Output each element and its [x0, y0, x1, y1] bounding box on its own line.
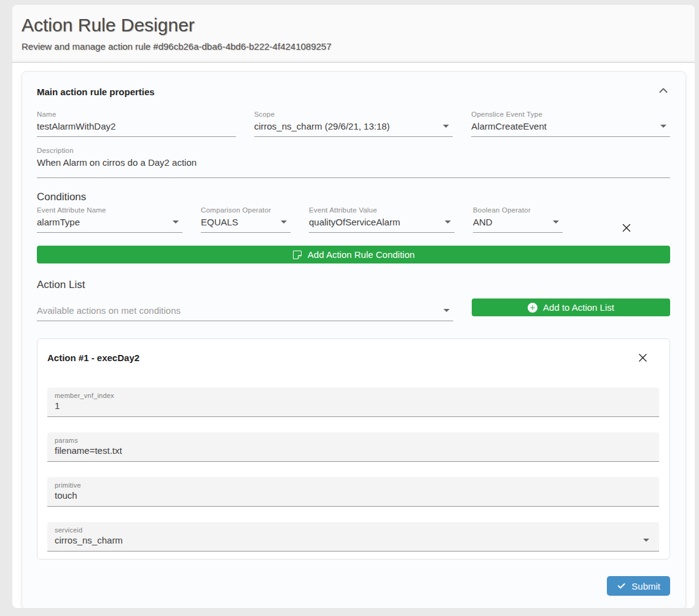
primitive-field[interactable]: primitive: [47, 477, 659, 507]
primitive-input[interactable]: [55, 490, 652, 501]
action-card-title: Action #1 - execDay2: [47, 353, 139, 363]
chevron-down-icon: [281, 220, 287, 224]
chevron-down-icon: [643, 539, 649, 542]
close-icon: [621, 226, 632, 235]
chevron-down-icon: [443, 125, 449, 128]
page-subtitle: Review and manage action rule #d96cb26a-…: [21, 41, 685, 52]
boolean-operator-select[interactable]: Boolean Operator AND: [473, 206, 563, 233]
member-vnf-index-input[interactable]: [55, 400, 652, 411]
scope-field[interactable]: Scope cirros_ns_charm (29/6/21, 13:18): [254, 111, 453, 137]
conditions-heading: Conditions: [37, 191, 670, 203]
serviceid-label: serviceid: [55, 526, 652, 534]
event-attribute-value-label: Event Attribute Value: [309, 206, 455, 214]
content-sheet: Action Rule Designer Review and manage a…: [12, 5, 695, 608]
serviceid-select[interactable]: serviceid cirros_ns_charm: [47, 522, 659, 552]
close-icon: [638, 356, 648, 365]
primitive-label: primitive: [55, 481, 652, 489]
comparison-operator-label: Comparison Operator: [201, 206, 291, 214]
action-card: Action #1 - execDay2 member_vnf_index pa…: [37, 338, 670, 559]
comparison-operator-value: EQUALS: [201, 217, 238, 227]
properties-row: Name Scope cirros_ns_charm (29/6/21, 13:…: [37, 111, 670, 137]
event-type-value: AlarmCreateEvent: [471, 121, 547, 131]
name-label: Name: [37, 111, 236, 118]
add-condition-label: Add Action Rule Condition: [308, 249, 415, 260]
description-label: Description: [37, 147, 670, 154]
action-list-row: Available actions on met conditions Add …: [37, 298, 670, 321]
description-field[interactable]: Description: [37, 147, 670, 178]
event-type-label: Openslice Event Type: [471, 111, 670, 118]
name-field[interactable]: Name: [37, 111, 236, 137]
page-title: Action Rule Designer: [21, 15, 685, 36]
serviceid-value: cirros_ns_charm: [55, 535, 123, 545]
params-label: params: [55, 437, 652, 444]
chevron-down-icon: [660, 125, 666, 128]
add-to-action-list-label: Add to Action List: [543, 302, 614, 313]
event-attribute-value-value: qualityOfServiceAlarm: [309, 217, 400, 227]
member-vnf-index-label: member_vnf_index: [55, 392, 652, 399]
submit-label: Submit: [631, 581, 660, 591]
member-vnf-index-field[interactable]: member_vnf_index: [47, 388, 659, 417]
event-attribute-name-value: alarmType: [37, 217, 80, 227]
main-action-rule-card: Main action rule properties Name Scope c…: [21, 71, 686, 608]
description-input[interactable]: [37, 157, 669, 168]
page-header: Action Rule Designer Review and manage a…: [12, 5, 695, 63]
add-to-action-list-button[interactable]: Add to Action List: [472, 298, 670, 316]
add-action-rule-condition-button[interactable]: Add Action Rule Condition: [37, 246, 670, 263]
remove-action-button[interactable]: [635, 350, 650, 365]
boolean-operator-label: Boolean Operator: [473, 206, 563, 214]
scope-label: Scope: [254, 111, 453, 118]
chevron-down-icon: [443, 309, 450, 312]
comparison-operator-select[interactable]: Comparison Operator EQUALS: [201, 206, 291, 233]
boolean-operator-value: AND: [473, 217, 493, 227]
name-input[interactable]: [37, 121, 235, 131]
event-attribute-name-label: Event Attribute Name: [37, 206, 182, 214]
chevron-down-icon: [553, 220, 559, 224]
chevron-down-icon: [445, 220, 451, 224]
action-list-heading: Action List: [37, 279, 670, 291]
event-type-field[interactable]: Openslice Event Type AlarmCreateEvent: [471, 111, 670, 137]
check-icon: [617, 582, 626, 591]
event-attribute-name-select[interactable]: Event Attribute Name alarmType: [37, 206, 182, 233]
scope-value: cirros_ns_charm (29/6/21, 13:18): [254, 121, 390, 131]
submit-button[interactable]: Submit: [607, 576, 670, 596]
available-actions-select[interactable]: Available actions on met conditions: [37, 305, 453, 321]
main-card-title: Main action rule properties: [37, 87, 155, 97]
remove-condition-button[interactable]: [619, 220, 635, 236]
chevron-up-icon: [659, 86, 668, 95]
params-field[interactable]: params: [47, 432, 659, 462]
params-input[interactable]: [55, 445, 652, 456]
collapse-panel-button[interactable]: [657, 87, 670, 95]
available-actions-placeholder: Available actions on met conditions: [37, 305, 181, 316]
plus-circle-icon: [528, 303, 537, 313]
condition-row: Event Attribute Name alarmType Compariso…: [37, 206, 670, 236]
sticky-note-icon: [292, 250, 302, 260]
event-attribute-value-select[interactable]: Event Attribute Value qualityOfServiceAl…: [309, 206, 455, 233]
chevron-down-icon: [173, 220, 179, 224]
